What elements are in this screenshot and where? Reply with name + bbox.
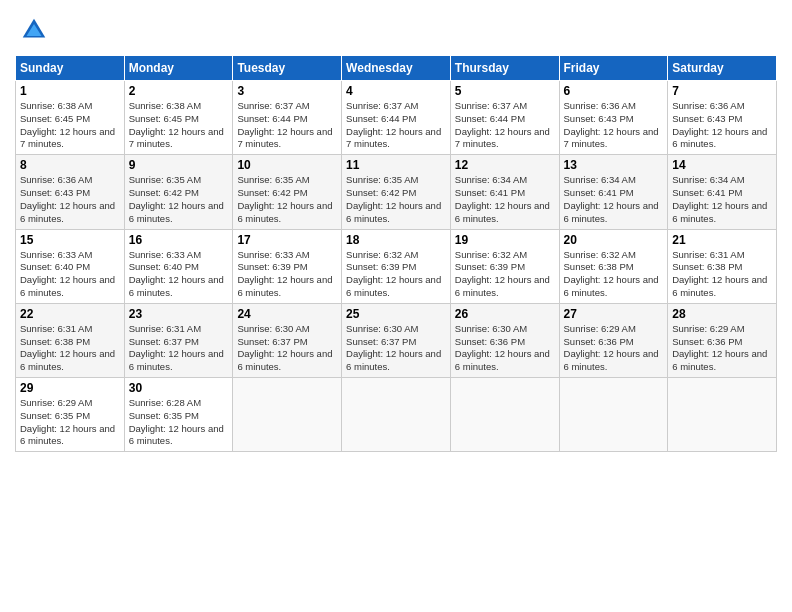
sunrise-label: Sunrise: 6:34 AM <box>672 174 744 185</box>
sunset-label: Sunset: 6:39 PM <box>237 261 307 272</box>
daylight-label: Daylight: 12 hours and 6 minutes. <box>129 274 224 298</box>
day-info: Sunrise: 6:30 AM Sunset: 6:36 PM Dayligh… <box>455 323 555 374</box>
day-info: Sunrise: 6:30 AM Sunset: 6:37 PM Dayligh… <box>237 323 337 374</box>
sunrise-label: Sunrise: 6:31 AM <box>672 249 744 260</box>
sunrise-label: Sunrise: 6:32 AM <box>564 249 636 260</box>
day-number: 25 <box>346 307 446 321</box>
daylight-label: Daylight: 12 hours and 6 minutes. <box>129 348 224 372</box>
sunrise-label: Sunrise: 6:37 AM <box>237 100 309 111</box>
sunset-label: Sunset: 6:36 PM <box>672 336 742 347</box>
day-number: 20 <box>564 233 664 247</box>
table-row: 18 Sunrise: 6:32 AM Sunset: 6:39 PM Dayl… <box>342 229 451 303</box>
day-info: Sunrise: 6:29 AM Sunset: 6:36 PM Dayligh… <box>672 323 772 374</box>
sunset-label: Sunset: 6:37 PM <box>346 336 416 347</box>
day-number: 24 <box>237 307 337 321</box>
day-info: Sunrise: 6:33 AM Sunset: 6:39 PM Dayligh… <box>237 249 337 300</box>
sunset-label: Sunset: 6:44 PM <box>455 113 525 124</box>
day-info: Sunrise: 6:29 AM Sunset: 6:36 PM Dayligh… <box>564 323 664 374</box>
daylight-label: Daylight: 12 hours and 7 minutes. <box>455 126 550 150</box>
day-number: 21 <box>672 233 772 247</box>
table-row: 9 Sunrise: 6:35 AM Sunset: 6:42 PM Dayli… <box>124 155 233 229</box>
sunrise-label: Sunrise: 6:30 AM <box>455 323 527 334</box>
day-number: 10 <box>237 158 337 172</box>
daylight-label: Daylight: 12 hours and 6 minutes. <box>672 274 767 298</box>
daylight-label: Daylight: 12 hours and 6 minutes. <box>237 200 332 224</box>
day-number: 16 <box>129 233 229 247</box>
daylight-label: Daylight: 12 hours and 6 minutes. <box>455 200 550 224</box>
sunset-label: Sunset: 6:39 PM <box>455 261 525 272</box>
table-row: 21 Sunrise: 6:31 AM Sunset: 6:38 PM Dayl… <box>668 229 777 303</box>
day-info: Sunrise: 6:36 AM Sunset: 6:43 PM Dayligh… <box>672 100 772 151</box>
sunset-label: Sunset: 6:44 PM <box>237 113 307 124</box>
day-number: 2 <box>129 84 229 98</box>
daylight-label: Daylight: 12 hours and 6 minutes. <box>346 200 441 224</box>
sunset-label: Sunset: 6:42 PM <box>129 187 199 198</box>
week-row-5: 29 Sunrise: 6:29 AM Sunset: 6:35 PM Dayl… <box>16 378 777 452</box>
table-row <box>559 378 668 452</box>
day-info: Sunrise: 6:31 AM Sunset: 6:37 PM Dayligh… <box>129 323 229 374</box>
logo <box>15 15 49 45</box>
logo-icon <box>19 15 49 45</box>
table-row: 20 Sunrise: 6:32 AM Sunset: 6:38 PM Dayl… <box>559 229 668 303</box>
table-row: 13 Sunrise: 6:34 AM Sunset: 6:41 PM Dayl… <box>559 155 668 229</box>
day-info: Sunrise: 6:33 AM Sunset: 6:40 PM Dayligh… <box>20 249 120 300</box>
table-row: 30 Sunrise: 6:28 AM Sunset: 6:35 PM Dayl… <box>124 378 233 452</box>
daylight-label: Daylight: 12 hours and 6 minutes. <box>672 126 767 150</box>
page: SundayMondayTuesdayWednesdayThursdayFrid… <box>0 0 792 462</box>
day-number: 14 <box>672 158 772 172</box>
day-info: Sunrise: 6:31 AM Sunset: 6:38 PM Dayligh… <box>20 323 120 374</box>
sunset-label: Sunset: 6:36 PM <box>455 336 525 347</box>
sunrise-label: Sunrise: 6:29 AM <box>20 397 92 408</box>
sunset-label: Sunset: 6:38 PM <box>20 336 90 347</box>
weekday-header-sunday: Sunday <box>16 56 125 81</box>
table-row: 5 Sunrise: 6:37 AM Sunset: 6:44 PM Dayli… <box>450 81 559 155</box>
day-info: Sunrise: 6:30 AM Sunset: 6:37 PM Dayligh… <box>346 323 446 374</box>
weekday-header-friday: Friday <box>559 56 668 81</box>
day-info: Sunrise: 6:34 AM Sunset: 6:41 PM Dayligh… <box>564 174 664 225</box>
sunset-label: Sunset: 6:43 PM <box>20 187 90 198</box>
sunset-label: Sunset: 6:41 PM <box>564 187 634 198</box>
sunset-label: Sunset: 6:37 PM <box>129 336 199 347</box>
sunrise-label: Sunrise: 6:37 AM <box>455 100 527 111</box>
daylight-label: Daylight: 12 hours and 6 minutes. <box>20 348 115 372</box>
day-number: 30 <box>129 381 229 395</box>
day-info: Sunrise: 6:37 AM Sunset: 6:44 PM Dayligh… <box>237 100 337 151</box>
sunrise-label: Sunrise: 6:33 AM <box>20 249 92 260</box>
day-number: 23 <box>129 307 229 321</box>
daylight-label: Daylight: 12 hours and 6 minutes. <box>20 200 115 224</box>
weekday-header-row: SundayMondayTuesdayWednesdayThursdayFrid… <box>16 56 777 81</box>
sunset-label: Sunset: 6:35 PM <box>129 410 199 421</box>
week-row-1: 1 Sunrise: 6:38 AM Sunset: 6:45 PM Dayli… <box>16 81 777 155</box>
day-info: Sunrise: 6:29 AM Sunset: 6:35 PM Dayligh… <box>20 397 120 448</box>
sunset-label: Sunset: 6:35 PM <box>20 410 90 421</box>
day-number: 5 <box>455 84 555 98</box>
sunrise-label: Sunrise: 6:37 AM <box>346 100 418 111</box>
table-row: 3 Sunrise: 6:37 AM Sunset: 6:44 PM Dayli… <box>233 81 342 155</box>
weekday-header-saturday: Saturday <box>668 56 777 81</box>
sunrise-label: Sunrise: 6:36 AM <box>564 100 636 111</box>
day-number: 27 <box>564 307 664 321</box>
day-info: Sunrise: 6:36 AM Sunset: 6:43 PM Dayligh… <box>564 100 664 151</box>
sunrise-label: Sunrise: 6:34 AM <box>564 174 636 185</box>
table-row: 8 Sunrise: 6:36 AM Sunset: 6:43 PM Dayli… <box>16 155 125 229</box>
day-info: Sunrise: 6:35 AM Sunset: 6:42 PM Dayligh… <box>237 174 337 225</box>
week-row-2: 8 Sunrise: 6:36 AM Sunset: 6:43 PM Dayli… <box>16 155 777 229</box>
sunset-label: Sunset: 6:44 PM <box>346 113 416 124</box>
daylight-label: Daylight: 12 hours and 6 minutes. <box>237 274 332 298</box>
day-number: 3 <box>237 84 337 98</box>
sunrise-label: Sunrise: 6:35 AM <box>129 174 201 185</box>
weekday-header-tuesday: Tuesday <box>233 56 342 81</box>
sunset-label: Sunset: 6:45 PM <box>20 113 90 124</box>
daylight-label: Daylight: 12 hours and 7 minutes. <box>20 126 115 150</box>
sunrise-label: Sunrise: 6:31 AM <box>20 323 92 334</box>
table-row: 17 Sunrise: 6:33 AM Sunset: 6:39 PM Dayl… <box>233 229 342 303</box>
day-number: 17 <box>237 233 337 247</box>
sunrise-label: Sunrise: 6:29 AM <box>672 323 744 334</box>
daylight-label: Daylight: 12 hours and 7 minutes. <box>346 126 441 150</box>
sunrise-label: Sunrise: 6:38 AM <box>20 100 92 111</box>
sunset-label: Sunset: 6:43 PM <box>672 113 742 124</box>
sunrise-label: Sunrise: 6:30 AM <box>237 323 309 334</box>
table-row: 23 Sunrise: 6:31 AM Sunset: 6:37 PM Dayl… <box>124 303 233 377</box>
sunrise-label: Sunrise: 6:32 AM <box>346 249 418 260</box>
table-row: 26 Sunrise: 6:30 AM Sunset: 6:36 PM Dayl… <box>450 303 559 377</box>
